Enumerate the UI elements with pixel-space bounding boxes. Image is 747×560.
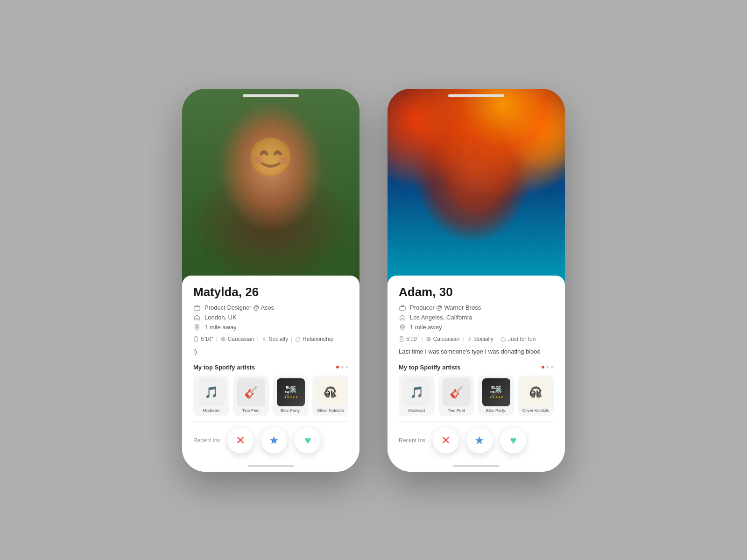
recent-ins-label-1: Recent Ins <box>193 437 220 444</box>
artist-image-2-4: I AM OK <box>522 378 550 406</box>
drinking-tag-1: Socially <box>261 336 288 342</box>
distance-text-1: 1 mile away <box>204 324 237 331</box>
superlike-button-1[interactable]: ★ <box>261 427 287 454</box>
artist-name-2-1: Moderart <box>402 408 432 413</box>
phone-2: Adam, 30 Producer @ Warner Bross <box>388 89 565 472</box>
artist-image-1-1 <box>197 378 226 406</box>
spotify-title-1: My top Spotify artists <box>193 364 255 371</box>
profile-name-2: Adam, 30 <box>399 285 554 299</box>
profile-location-1: London, UK <box>193 314 348 321</box>
profile-tags-2: 5'10" | Caucasian | Socially <box>399 336 554 342</box>
pin-icon-1 <box>193 324 201 331</box>
artist-image-2-2 <box>443 378 471 406</box>
briefcase-icon-1 <box>193 304 201 312</box>
distance-text-2: 1 mile away <box>410 324 442 331</box>
superlike-button-2[interactable]: ★ <box>466 427 493 454</box>
artist-image-1-4: I AM OK <box>317 378 345 406</box>
bottom-bar-2 <box>453 465 500 467</box>
dislike-button-1[interactable]: ✕ <box>227 427 254 454</box>
artist-image-1-2 <box>237 378 265 406</box>
svg-rect-8 <box>400 306 405 310</box>
ethnicity-tag-1: Caucasian <box>220 336 254 342</box>
artist-name-1-2: Two Feet <box>236 408 266 413</box>
profile-distance-2: 1 mile away <box>399 324 554 331</box>
spotify-section-2: My top Spotify artists Moderart Two Fe <box>399 364 554 416</box>
job-text-2: Producer @ Warner Bross <box>410 304 481 311</box>
phone-1: Matylda, 26 Product Designer @ Asos <box>182 89 359 472</box>
profile-bio-1: :) <box>193 348 348 357</box>
home-icon-2 <box>399 314 406 321</box>
artist-card-2-2: Two Feet <box>438 376 474 416</box>
artist-name-1-1: Moderart <box>196 408 226 413</box>
profile-content-1: Matylda, 26 Product Designer @ Asos <box>182 276 359 472</box>
artist-image-1-3: BLOC PARTY. ⚡⚡⚡⚡⚡ <box>277 378 305 406</box>
location-text-1: London, UK <box>204 314 237 321</box>
profile-name-1: Matylda, 26 <box>193 285 348 299</box>
artist-name-1-4: Oliver Koletzki <box>315 408 345 413</box>
drinking-tag-2: Socially <box>467 336 493 342</box>
spotify-dots-2 <box>542 366 554 369</box>
intent-tag-2: Just for fun <box>500 336 536 342</box>
spotify-header-2: My top Spotify artists <box>399 364 554 371</box>
profile-job-2: Producer @ Warner Bross <box>399 304 554 312</box>
spotify-title-2: My top Spotify artists <box>399 364 460 371</box>
profile-bio-2: Last time I was someone's type I was don… <box>399 348 554 357</box>
artist-image-2-1 <box>403 378 431 406</box>
svg-point-15 <box>469 338 470 339</box>
svg-rect-0 <box>194 306 200 310</box>
action-buttons-2: ✕ ★ ♥ <box>433 427 526 454</box>
artist-card-2-4: I AM OK Oliver Koletzki <box>518 376 554 416</box>
notch-1 <box>243 94 299 97</box>
profile-distance-1: 1 mile away <box>193 324 348 331</box>
ethnicity-tag-2: Caucasian <box>426 336 460 342</box>
dot-1-2 <box>341 366 344 369</box>
dislike-button-2[interactable]: ✕ <box>433 427 459 454</box>
action-bar-1: Recent Ins ✕ ★ ♥ <box>193 421 348 457</box>
artist-card-1-4: I AM OK Oliver Koletzki <box>312 376 348 416</box>
svg-point-9 <box>402 326 403 327</box>
like-button-2[interactable]: ♥ <box>500 427 526 454</box>
dot-1-3 <box>345 366 348 369</box>
spotify-artists-1: Moderart Two Feet BLOC PARTY. ⚡⚡⚡⚡⚡ <box>193 376 348 416</box>
dot-active-1 <box>336 366 339 369</box>
height-tag-2: 5'10" <box>399 336 419 342</box>
artist-name-2-3: Bloc Party. <box>481 408 511 413</box>
svg-rect-10 <box>400 336 403 341</box>
action-bar-2: Recent Ins ✕ ★ ♥ <box>399 421 554 457</box>
profile-tags-1: 5'10" | Caucasian | Socially <box>193 336 348 342</box>
height-tag-1: 5'10" <box>193 336 213 342</box>
profile-location-2: Los Angeles, California <box>399 314 554 321</box>
svg-point-7 <box>263 338 265 339</box>
artist-card-1-2: Two Feet <box>233 376 269 416</box>
artist-name-2-4: Oliver Koletzki <box>521 408 551 413</box>
artist-image-2-3: BLOC PARTY. ⚡⚡⚡⚡⚡ <box>482 378 510 406</box>
spotify-artists-2: Moderart Two Feet BLOC PARTY. ⚡⚡⚡⚡⚡ <box>399 376 554 416</box>
artist-name-1-3: Bloc Party. <box>275 408 306 413</box>
artist-card-1-3: BLOC PARTY. ⚡⚡⚡⚡⚡ Bloc Party. <box>273 376 309 416</box>
dot-2-2 <box>546 366 549 369</box>
job-text-1: Product Designer @ Asos <box>204 304 274 311</box>
svg-point-1 <box>196 326 198 327</box>
location-text-2: Los Angeles, California <box>410 314 472 321</box>
briefcase-icon-2 <box>399 304 406 312</box>
profile-job-1: Product Designer @ Asos <box>193 304 348 312</box>
phones-container: Matylda, 26 Product Designer @ Asos <box>163 70 584 490</box>
bottom-bar-1 <box>247 465 294 467</box>
woman-photo <box>182 89 359 285</box>
like-button-1[interactable]: ♥ <box>295 427 321 454</box>
svg-rect-2 <box>195 336 197 341</box>
dot-2-3 <box>551 366 554 369</box>
recent-ins-label-2: Recent Ins <box>399 437 425 444</box>
spotify-dots-1 <box>336 366 348 369</box>
profile-photo-1 <box>182 89 359 285</box>
action-buttons-1: ✕ ★ ♥ <box>227 427 321 454</box>
spotify-header-1: My top Spotify artists <box>193 364 348 371</box>
intent-tag-1: Relationship <box>295 336 333 342</box>
artist-card-2-3: BLOC PARTY. ⚡⚡⚡⚡⚡ Bloc Party. <box>478 376 514 416</box>
profile-photo-2 <box>388 89 565 285</box>
spotify-section-1: My top Spotify artists Moderart Two Fe <box>193 364 348 416</box>
artist-name-2-2: Two Feet <box>441 408 472 413</box>
profile-content-2: Adam, 30 Producer @ Warner Bross <box>388 276 565 472</box>
artist-card-2-1: Moderart <box>399 376 435 416</box>
home-icon-1 <box>193 314 201 321</box>
